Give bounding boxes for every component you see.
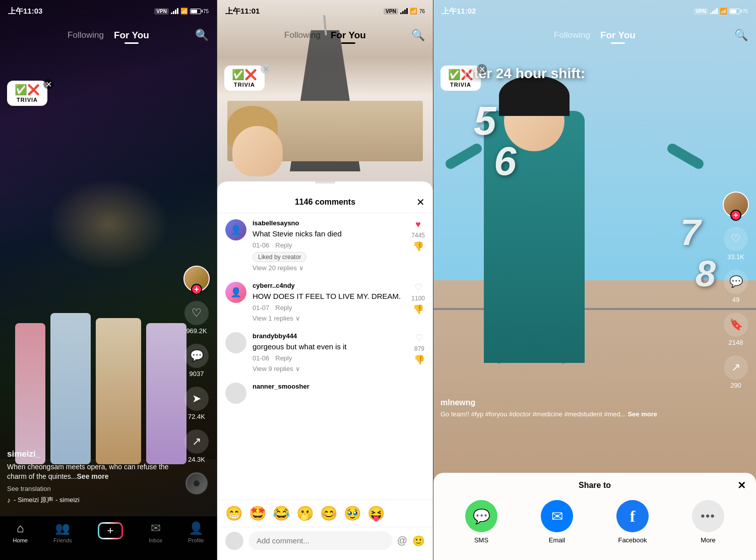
- nav-inbox[interactable]: ✉ Inbox: [149, 521, 162, 543]
- screen3-search-icon[interactable]: 🔍: [734, 29, 748, 42]
- screen1-trivia-close[interactable]: ✕: [43, 79, 53, 89]
- comment-text-1: What Stevie nicks fan died: [253, 228, 405, 239]
- home-icon: ⌂: [17, 521, 24, 535]
- screen3-nav-following[interactable]: Following: [554, 30, 590, 40]
- screen2-nav-following[interactable]: Following: [284, 30, 321, 40]
- screen3-comment-icon[interactable]: 💬: [724, 270, 748, 294]
- screen3-heart-icon[interactable]: ♡: [724, 227, 748, 251]
- screen3-share-button[interactable]: ↗ 290: [724, 355, 748, 389]
- comment-username-2[interactable]: cyberr..c4ndy: [253, 282, 405, 289]
- emoji-tear[interactable]: 🥹: [344, 505, 361, 522]
- screen2-trivia-close[interactable]: ✕: [261, 64, 271, 74]
- share-email[interactable]: ✉ Email: [541, 500, 573, 544]
- nav-profile[interactable]: 👤 Profile: [188, 521, 204, 543]
- screen3-username[interactable]: mlnewng: [440, 398, 706, 407]
- screen1-nav-following[interactable]: Following: [68, 30, 104, 40]
- screen1-translation[interactable]: See translation: [7, 485, 181, 492]
- screen3-see-more[interactable]: See more: [627, 410, 657, 418]
- comment-like-icon-3[interactable]: ♡: [415, 332, 423, 343]
- comment-meta-1: 01-06 Reply: [253, 241, 405, 249]
- screen2-search-icon[interactable]: 🔍: [411, 29, 425, 42]
- share-close-button[interactable]: ✕: [737, 479, 746, 491]
- heart-icon[interactable]: ♡: [184, 301, 209, 325]
- screen1-search-icon[interactable]: 🔍: [195, 29, 209, 42]
- screen2-status-icons: VPN 📶 76: [384, 8, 425, 15]
- comment-like-icon-2[interactable]: ♡: [414, 282, 422, 293]
- comment-reply-1[interactable]: Reply: [275, 241, 292, 249]
- view-replies-2[interactable]: View 1 replies ∨: [253, 315, 405, 322]
- nav-home[interactable]: ⌂ Home: [13, 521, 28, 543]
- screen2-trivia-label: TRIVIA: [234, 82, 255, 88]
- screen1-trivia-badge[interactable]: ✅❌ TRIVIA: [7, 81, 47, 106]
- screen3-signal-icon: [710, 8, 718, 14]
- screen2-signal-icon: [400, 8, 408, 14]
- comment-dislike-icon-2[interactable]: 👎: [413, 304, 424, 315]
- emoji-heart-eyes[interactable]: 🤩: [249, 505, 267, 522]
- comment-username-4[interactable]: nanner_smoosher: [253, 383, 425, 390]
- emoji-wow[interactable]: 🫢: [296, 505, 314, 522]
- screen1-top-nav: Following For You 🔍: [0, 22, 217, 48]
- bookmark-icon[interactable]: ➤: [184, 387, 209, 411]
- screen3-comment-button[interactable]: 💬 49: [724, 270, 748, 303]
- more-dots-icon: •••: [701, 510, 715, 523]
- screen2-trivia-badge[interactable]: ✅❌ TRIVIA: [224, 66, 265, 91]
- screen1-nav-foryou[interactable]: For You: [114, 30, 149, 41]
- screen1-music: ♪ - Simeizi 原声 - simeizi: [7, 495, 181, 505]
- share-overlay: Share to ✕ 💬 SMS ✉ Email: [433, 473, 756, 560]
- wifi-icon: 📶: [180, 8, 188, 15]
- share-icon[interactable]: ↗: [184, 429, 209, 454]
- screen3-share-icon[interactable]: ↗: [724, 355, 748, 380]
- create-button[interactable]: +: [98, 522, 123, 539]
- avatar-follow-button[interactable]: +: [191, 284, 202, 295]
- comment-icon[interactable]: 💬: [184, 344, 209, 368]
- emoji-laugh[interactable]: 😂: [273, 505, 290, 522]
- comment-reply-2[interactable]: Reply: [275, 304, 292, 312]
- screen1-like-button[interactable]: ♡ 969.2K: [184, 301, 209, 335]
- screen1-share-button[interactable]: ↗ 24.3K: [184, 429, 209, 463]
- screen3-bookmark-icon[interactable]: 🔖: [724, 313, 748, 337]
- nav-friends[interactable]: 👥 Friends: [53, 521, 72, 543]
- emoji-bar[interactable]: 😁 🤩 😂 🫢 😊 🥹 😝: [217, 500, 433, 527]
- share-sms[interactable]: 💬 SMS: [465, 500, 497, 544]
- comment-reply-3[interactable]: Reply: [275, 354, 292, 362]
- comment-username-3[interactable]: brandybby444: [253, 332, 408, 340]
- screen3-avatar-follow-button[interactable]: +: [730, 210, 741, 221]
- comment-dislike-icon-1[interactable]: 👎: [413, 241, 424, 252]
- comments-close-button[interactable]: ✕: [416, 194, 425, 208]
- screen1-comment-button[interactable]: 💬 9037: [184, 344, 209, 378]
- screen1-bookmark-count: 72.4K: [188, 413, 205, 420]
- share-more[interactable]: ••• More: [692, 500, 724, 544]
- comments-list[interactable]: 👤 isabellesaysno What Stevie nicks fan d…: [217, 213, 433, 500]
- emoji-grin[interactable]: 😁: [225, 505, 243, 522]
- nav-create[interactable]: +: [98, 521, 123, 539]
- comment-like-icon-1[interactable]: ♥: [415, 219, 421, 230]
- comment-input[interactable]: [248, 531, 392, 550]
- comment-meta-3: 01-06 Reply: [253, 354, 408, 362]
- screen1-avatar-container[interactable]: +: [183, 266, 210, 292]
- comment-username-1[interactable]: isabellesaysno: [253, 219, 405, 227]
- emoji-tongue[interactable]: 😝: [367, 505, 385, 522]
- emoji-smile[interactable]: 😊: [320, 505, 338, 522]
- screen3-trivia-close[interactable]: ✕: [477, 64, 487, 74]
- screen3-avatar-container[interactable]: +: [723, 192, 749, 218]
- screen1-bookmark-button[interactable]: ➤ 72.4K: [184, 387, 209, 420]
- screen1-username[interactable]: simeizi_: [7, 449, 181, 459]
- comment-input-bar: @ 🙂: [217, 527, 433, 560]
- at-icon[interactable]: @: [397, 535, 407, 547]
- screen3-nav-foryou[interactable]: For You: [600, 30, 636, 41]
- screen2-time: 上午11:01: [225, 7, 260, 16]
- comment-dislike-icon-3[interactable]: 👎: [414, 354, 425, 365]
- screen3-like-button[interactable]: ♡ 33.1K: [724, 227, 748, 261]
- comment-item-3: brandybby444 gorgeous but what even is i…: [225, 332, 425, 372]
- screen2-nav-foryou[interactable]: For You: [331, 30, 366, 41]
- share-facebook[interactable]: f Facebook: [616, 500, 649, 544]
- view-replies-3[interactable]: View 9 replies ∨: [253, 365, 408, 372]
- screen3-status-icons: VPN 📶 76: [694, 8, 748, 15]
- nav-inbox-label: Inbox: [149, 537, 162, 543]
- screen3-bookmark-button[interactable]: 🔖 2148: [724, 313, 748, 346]
- see-more-button[interactable]: See more: [77, 472, 109, 480]
- view-replies-1[interactable]: View 20 replies ∨: [253, 264, 405, 272]
- emoji-picker-icon[interactable]: 🙂: [412, 535, 425, 547]
- drag-handle[interactable]: [315, 181, 335, 183]
- screen2-top-nav: Following For You 🔍: [217, 22, 433, 48]
